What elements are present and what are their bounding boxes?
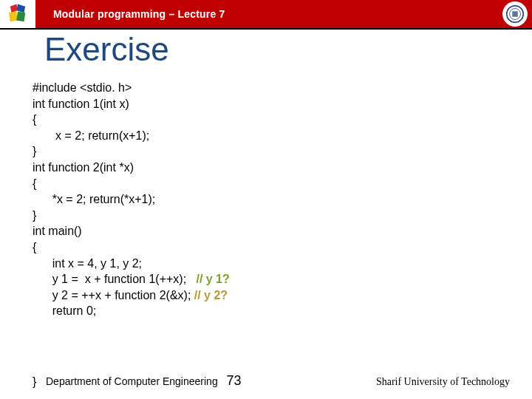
code-line: { xyxy=(33,177,36,190)
code-line: int main() xyxy=(33,225,82,237)
footer-page-number: 73 xyxy=(227,373,242,388)
code-comment: // y 2? xyxy=(194,289,228,301)
footer-dept: Department of Computer Engineering xyxy=(46,375,218,387)
footer: Department of Computer Engineering 73 Sh… xyxy=(46,373,510,389)
header-title: Modular programming – Lecture 7 xyxy=(53,8,225,20)
code-comment: // y 1? xyxy=(196,273,229,285)
code-line: int function 1(int x) xyxy=(33,98,129,110)
header-bar: Modular programming – Lecture 7 xyxy=(0,0,532,28)
code-line: } xyxy=(33,209,36,222)
code-line: return 0; xyxy=(33,304,96,317)
code-line: } xyxy=(33,145,36,157)
code-line: #include <stdio. h> xyxy=(33,81,132,94)
page-title: Exercise xyxy=(44,31,169,68)
code-line: *x = 2; return(*x+1); xyxy=(33,193,155,205)
svg-rect-2 xyxy=(512,11,518,17)
code-line: y 1 = x + function 1(++x); xyxy=(33,273,196,285)
puzzle-logo-icon xyxy=(0,0,35,28)
code-line: { xyxy=(33,241,36,253)
code-line: y 2 = ++x + function 2(&x); xyxy=(33,289,194,301)
footer-university: Sharif University of Technology xyxy=(376,376,510,388)
code-line: x = 2; return(x+1); xyxy=(33,129,149,142)
code-line: int function 2(int *x) xyxy=(33,161,134,174)
header-divider xyxy=(0,28,532,30)
code-block: #include <stdio. h> int function 1(int x… xyxy=(33,80,230,319)
code-closing-brace: } xyxy=(33,375,36,389)
code-line: int x = 4, y 1, y 2; xyxy=(33,257,142,270)
university-seal-icon xyxy=(502,1,528,27)
code-line: { xyxy=(33,113,36,126)
